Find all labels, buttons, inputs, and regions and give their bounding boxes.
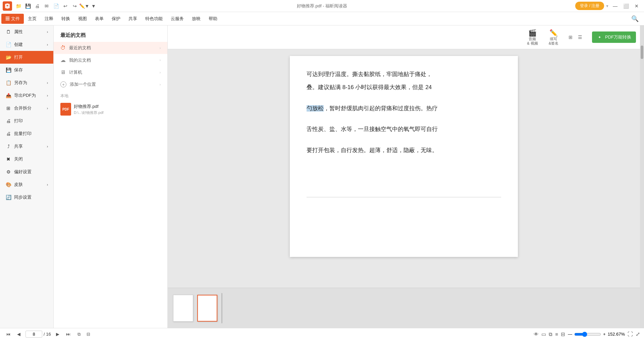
sidebar-item-label: 共享 [14, 143, 23, 149]
open-file-icon[interactable]: 📁 [14, 2, 23, 10]
redo-icon[interactable]: ↪ [70, 2, 79, 10]
minimize-button[interactable]: — [610, 1, 620, 11]
batch-print-icon: 🖨 [5, 131, 11, 136]
prev-page-button[interactable]: ◀ [15, 330, 23, 338]
nav-cloud-docs[interactable]: ☁ 我的云文档 › [54, 54, 167, 66]
nav-computer[interactable]: 🖥 计算机 › [54, 66, 167, 78]
last-page-button[interactable]: ⏭ [64, 330, 72, 338]
menu-features[interactable]: 特色功能 [141, 14, 167, 24]
continuous-view-icon[interactable]: ⊟ [561, 331, 565, 337]
copy-icon-1[interactable]: ⧉ [75, 330, 83, 338]
fullscreen-button[interactable]: ⛶ [628, 331, 633, 337]
login-button[interactable]: 登录 / 注册 [575, 2, 604, 10]
search-icon[interactable]: 🔍 [631, 15, 639, 22]
scrollbar-thumb[interactable] [641, 46, 643, 59]
new-icon[interactable]: 📄 [52, 2, 60, 10]
close-button[interactable]: ✕ [632, 1, 641, 11]
menu-convert[interactable]: 转换 [57, 14, 74, 24]
sidebar-item-label: 另存为 [14, 80, 27, 86]
pdf-text-line: 叠。建议贴满 8-16 小时以获得最大效果，但是 24 [307, 82, 501, 93]
titlebar: 📁 💾 🖨 ✉ 📄 ↩ ↪ ✏️▼ ▼ 好物推荐.pdf - 福昕阅读器 登录 … [0, 0, 644, 12]
pdf-text-line: 勺放松，暂时舒缓肌肉引起的背痛和过度拉伤。热疗 [307, 104, 501, 114]
more-icon[interactable]: ▼ [89, 2, 98, 10]
save-icon[interactable]: 💾 [23, 2, 32, 10]
sidebar-item-skin[interactable]: 🎨 皮肤 › [0, 178, 53, 191]
file-path: D:\...\好物推荐.pdf [74, 110, 104, 115]
page-indicator: / 16 [25, 331, 51, 338]
pdf-scrollbar[interactable] [640, 25, 644, 328]
copy-icon-2[interactable]: ⊟ [85, 330, 93, 338]
menu-help[interactable]: 帮助 [205, 14, 221, 24]
sidebar-item-save-as[interactable]: 📋 另存为 › [0, 76, 53, 89]
eye-icon[interactable]: 👁 [534, 331, 539, 337]
sidebar-item-batch-print[interactable]: 🖨 批量打印 [0, 127, 53, 140]
file-info: 好物推荐.pdf D:\...\好物推荐.pdf [74, 104, 104, 115]
arrow-icon: › [47, 183, 48, 187]
sidebar-item-create[interactable]: 📄 创建 › [0, 38, 53, 51]
file-type-icon: PDF [60, 103, 71, 116]
audio-video-icon: 🎬 [528, 29, 537, 37]
next-page-button[interactable]: ▶ [54, 330, 62, 338]
menu-annotate[interactable]: 注释 [41, 14, 57, 24]
thumbnail-page[interactable] [173, 295, 193, 322]
menu-file[interactable]: ☰ 文件 [1, 14, 24, 24]
zoom-out-button[interactable]: — [568, 332, 572, 337]
sidebar-item-label: 打印 [14, 118, 23, 124]
audio-video-button[interactable]: 🎬 音频& 视频 [524, 27, 540, 47]
sidebar-item-save[interactable]: 💾 保存 [0, 64, 53, 76]
arrow-icon: › [160, 58, 161, 62]
audio-video-label: 音频& 视频 [527, 37, 538, 46]
menu-slideshow[interactable]: 放映 [188, 14, 205, 24]
annotate-icon[interactable]: ✏️▼ [80, 2, 89, 10]
grid-view-icon[interactable]: ⊞ [567, 33, 575, 41]
maximize-button[interactable]: ⬜ [621, 1, 631, 11]
single-page-view-icon[interactable]: ▭ [541, 331, 546, 337]
menu-home[interactable]: 主页 [24, 14, 41, 24]
convert-icon: ✦ [597, 35, 602, 40]
sidebar-item-print[interactable]: 🖨 打印 [0, 115, 53, 127]
thumbnail-divider [221, 293, 222, 323]
arrow-icon: › [47, 30, 48, 34]
toolbar-icons: 📁 💾 🖨 ✉ 📄 ↩ ↪ ✏️▼ ▼ [14, 2, 98, 10]
zoom-plus-button[interactable]: + [603, 332, 606, 337]
expand-button[interactable]: ⤢ [636, 331, 640, 337]
sidebar-item-merge[interactable]: ⊞ 合并拆分 › [0, 102, 53, 115]
page-number-input[interactable] [25, 331, 42, 338]
sidebar-item-export[interactable]: 📤 导出PDF为 › [0, 89, 53, 102]
sidebar-item-close[interactable]: ✖ 关闭 [0, 153, 53, 165]
sidebar-item-label: 创建 [14, 42, 23, 48]
thumbnail-page-active[interactable] [197, 295, 217, 322]
undo-icon[interactable]: ↩ [61, 2, 70, 10]
scroll-view-icon[interactable]: ≡ [555, 331, 558, 337]
sidebar-item-open[interactable]: 📂 打开 [0, 51, 53, 64]
pdf-page-container[interactable]: 可达到理疗温度。撕去黏胶纸，牢固地贴于痛处， 叠。建议贴满 8-16 小时以获得… [168, 49, 640, 288]
file-list: PDF 好物推荐.pdf D:\...\好物推荐.pdf [60, 101, 161, 118]
nav-recent-docs[interactable]: ⏱ 最近的文档 › [54, 42, 167, 54]
menu-protect[interactable]: 保护 [108, 14, 124, 24]
sidebar-item-share[interactable]: ⤴ 共享 › [0, 140, 53, 153]
first-page-button[interactable]: ⏮ [4, 330, 12, 338]
menu-cloud[interactable]: 云服务 [167, 14, 188, 24]
print-icon[interactable]: 🖨 [33, 2, 42, 10]
sidebar-item-preferences[interactable]: ⚙ 偏好设置 [0, 165, 53, 178]
list-view-icon[interactable]: ☰ [576, 33, 584, 41]
arrow-icon: › [47, 145, 48, 148]
app-logo [3, 1, 12, 11]
properties-icon: 🗒 [5, 29, 11, 35]
recent-file-item[interactable]: PDF 好物推荐.pdf D:\...\好物推荐.pdf [60, 101, 161, 118]
arrow-icon: › [47, 94, 48, 97]
zoom-slider[interactable] [574, 332, 601, 337]
menu-view[interactable]: 视图 [74, 14, 91, 24]
menu-forms[interactable]: 表单 [91, 14, 108, 24]
fill-sign-button[interactable]: ✏️ 填写&签名 [546, 27, 561, 47]
pdf-convert-button[interactable]: ✦ PDF万能转换 [592, 31, 636, 43]
sidebar-item-properties[interactable]: 🗒 属性 › [0, 25, 53, 38]
menu-share[interactable]: 共享 [124, 14, 141, 24]
sidebar-item-sync[interactable]: 🔄 同步设置 [0, 191, 53, 204]
email-icon[interactable]: ✉ [42, 2, 51, 10]
add-icon: + [60, 81, 66, 87]
zoom-level-label: 152.67% [608, 332, 625, 337]
nav-add-location[interactable]: + 添加一个位置 › [54, 78, 167, 90]
sidebar-item-label: 导出PDF为 [14, 92, 36, 98]
double-page-view-icon[interactable]: ⧉ [549, 331, 552, 337]
